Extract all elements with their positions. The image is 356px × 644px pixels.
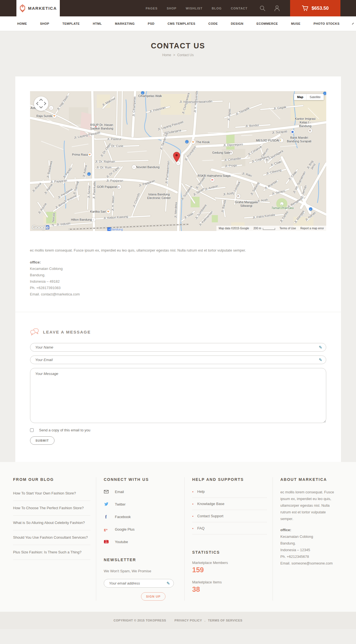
map-pan-control[interactable] (34, 96, 48, 111)
privacy-policy-link[interactable]: PRIVACY POLICY (174, 619, 202, 622)
stat-value: 38 (192, 585, 267, 593)
blog-post-link[interactable]: Plus Size Fashion: Is There Such a Thing… (13, 545, 90, 560)
name-input[interactable] (30, 343, 326, 352)
page-head: CONTACT US Home > Contact Us (0, 31, 356, 57)
office-label: office: (30, 259, 326, 265)
category-nav-link[interactable]: MUSE (291, 22, 300, 25)
help-link[interactable]: Help (192, 486, 267, 498)
office-address: office: Kecamatan CoblongBandung.Indones… (30, 259, 326, 297)
category-nav-link[interactable]: PHOTO STOCKS (313, 22, 340, 25)
category-nav-link[interactable]: HOME (17, 22, 27, 25)
map-label: MESJID PUSDAI (256, 139, 279, 142)
stat-label: Marketplace Members (192, 561, 267, 565)
newsletter-email-input[interactable] (104, 579, 174, 588)
category-nav-link[interactable]: TEMPLATE (62, 22, 80, 25)
office-address-line: Ph. +62817391083 (30, 285, 326, 291)
cart-button[interactable]: $653.50 (290, 0, 340, 16)
logo[interactable]: MARKETICA (16, 0, 60, 16)
category-nav-link[interactable]: CMS TEMPLATES (167, 22, 195, 25)
blog-heading: FROM OUR BLOG (13, 477, 90, 482)
office-address-line: Bandung. (30, 272, 326, 278)
map-label: Jl. Hasanudin (179, 100, 198, 104)
map-label: Jl. Dr. Rajiman (95, 160, 115, 163)
stat-item: Marketplace Members 159 (192, 561, 267, 574)
social-link[interactable]: Twitter (104, 502, 179, 507)
social-link[interactable]: Facebook (104, 514, 179, 519)
breadcrumb-separator: > (173, 53, 175, 57)
category-nav-link[interactable]: MARKETING (115, 22, 135, 25)
search-icon[interactable] (259, 5, 266, 11)
map-label: Cihampelas Walk (138, 94, 162, 98)
blog-post-link[interactable]: How To Start Your Own Fashion Store? (13, 486, 90, 501)
pan-left-icon[interactable] (36, 102, 40, 105)
help-link[interactable]: Knowladge Base (192, 498, 267, 510)
top-nav-link[interactable]: BLOG (212, 7, 222, 10)
map-button[interactable]: Map (294, 94, 306, 100)
category-nav-link[interactable]: ECOMMERCE (256, 22, 278, 25)
social-link[interactable]: Google Plus (104, 527, 179, 532)
map-attribution: Map data ©2015 Google 200 m Terms of Use… (216, 226, 326, 231)
email-input[interactable] (30, 355, 326, 364)
map-poi-icon (49, 106, 53, 110)
copyright-text: COPYRIGHT © 2015 TOKOPRESS (113, 619, 166, 622)
blog-post-link[interactable]: Should You Use Fashion Consultant Servic… (13, 530, 90, 545)
map-label: GOR Pajajaran (97, 185, 118, 189)
category-nav-link[interactable]: HTML (93, 22, 102, 25)
top-nav-link[interactable]: WISHLIST (186, 7, 203, 10)
category-nav-link[interactable]: PSD (148, 22, 154, 25)
map-label: Kantor Imigrasi Kelas I - Bandung (295, 117, 316, 128)
report-map-error-link[interactable]: Report a map error (300, 227, 324, 230)
category-nav-link[interactable]: DESIGN (231, 22, 243, 25)
map-poi-icon (210, 178, 214, 182)
about-address-line: Ph. +6212345678 (280, 553, 337, 560)
map-label: Jl. H. Mesri (111, 196, 115, 211)
terms-of-use-link[interactable]: Terms of Use (280, 227, 296, 230)
top-nav-link[interactable]: CONTACT (231, 7, 248, 10)
social-link[interactable]: Email (104, 489, 179, 494)
submit-button[interactable]: SUBMIT (30, 436, 55, 445)
contact-intro-text: ec mollis lorem consequat. Fusce ipsum e… (30, 248, 326, 252)
newsletter-tagline: We Won't Spam, We Promise (104, 569, 179, 573)
connect-heading: CONNECT WITH US (104, 477, 179, 482)
terms-of-services-link[interactable]: TERMS OF SERVICES (208, 619, 243, 622)
footer-col-help: HELP AND SUPPORTS HelpKnowladge BaseCont… (185, 477, 273, 601)
satellite-button[interactable]: Satellite (306, 94, 323, 100)
scale-bar (263, 228, 275, 230)
about-address-line: Bandung. (280, 540, 337, 547)
youtube (104, 540, 109, 543)
pan-right-icon[interactable] (43, 102, 46, 105)
map-label: Kartika Sari (90, 210, 106, 213)
user-icon[interactable] (274, 5, 280, 11)
map-label: Jl. Dr. Rum (96, 166, 111, 169)
about-text: ec mollis lorem consequat. Fusce ipsum e… (280, 489, 337, 522)
office-address-line: Email. contact@marketica.com (30, 291, 326, 297)
map-label: Gedung Sate (212, 151, 230, 155)
stat-value: 159 (192, 566, 267, 574)
blog-post-link[interactable]: What is So Alluring About Celebrity Fash… (13, 516, 90, 530)
help-link[interactable]: FAQ (192, 522, 267, 534)
footer: FROM OUR BLOG How To Start Your Own Fash… (0, 462, 356, 612)
send-copy-checkbox[interactable] (30, 428, 34, 432)
office-label: office: (280, 527, 337, 533)
more-categories-chevron-icon[interactable] (352, 23, 354, 24)
blog-post-link[interactable]: How To Choose The Perfect Fashion Store? (13, 501, 90, 516)
signup-button[interactable]: SIGN UP (141, 592, 165, 601)
newsletter-field-wrap: ✎ (104, 579, 174, 588)
help-link[interactable]: Contact Support (192, 510, 267, 522)
map-label: Hilton Bandung (71, 218, 92, 222)
pan-up-icon[interactable] (39, 99, 43, 102)
google-map[interactable]: Cihampelas WalkJl. Haji YasinAstonRaja S… (30, 91, 326, 231)
map-poi-icon (290, 130, 295, 134)
map-poi-icon (236, 194, 240, 198)
message-textarea[interactable] (30, 368, 326, 423)
breadcrumb-home[interactable]: Home (162, 53, 171, 57)
map-label: The Kiosk (196, 140, 210, 144)
facebook (105, 514, 107, 519)
top-nav-link[interactable]: SHOP (167, 7, 177, 10)
social-link[interactable]: Youtube (104, 539, 179, 544)
map-marker-pin[interactable] (173, 152, 180, 162)
category-nav-link[interactable]: CODE (208, 22, 218, 25)
pan-down-icon[interactable] (39, 105, 43, 108)
top-nav-link[interactable]: PAGES (146, 7, 158, 10)
category-nav-link[interactable]: SHOP (40, 22, 49, 25)
